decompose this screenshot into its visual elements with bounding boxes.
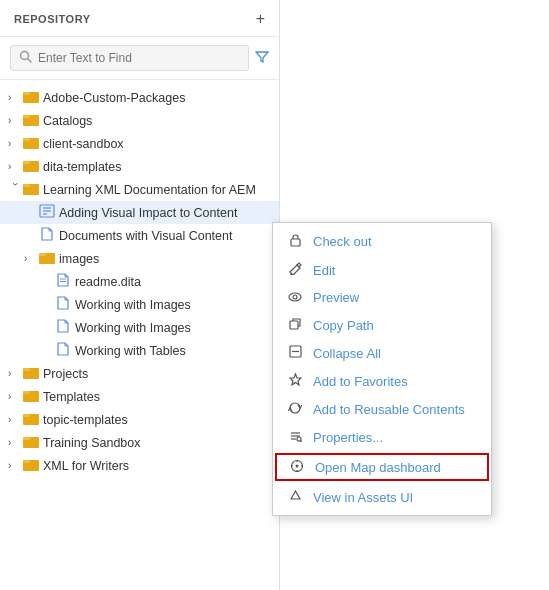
svg-rect-5 (23, 115, 30, 118)
add-button[interactable]: + (256, 10, 265, 28)
tree-container: › Adobe-Custom-Packages › Catalogs › (0, 80, 279, 580)
svg-marker-42 (290, 374, 301, 385)
svg-marker-54 (291, 491, 300, 499)
tree-item-adding-visual[interactable]: Adding Visual Impact to Content (0, 201, 279, 224)
tree-item-label: images (59, 252, 99, 266)
open-map-label: Open Map dashboard (315, 460, 441, 475)
svg-rect-35 (291, 239, 300, 246)
chevron-icon: › (24, 253, 38, 264)
tree-item-training-sandbox[interactable]: › Training Sandbox (0, 431, 279, 454)
tree-item-label: client-sandbox (43, 137, 124, 151)
tree-item-label: Projects (43, 367, 88, 381)
context-menu-open-map[interactable]: Open Map dashboard (275, 453, 489, 481)
svg-rect-11 (23, 184, 30, 187)
chevron-icon: › (8, 115, 22, 126)
tree-item-catalogs[interactable]: › Catalogs (0, 109, 279, 132)
folder-icon (22, 112, 40, 129)
tree-item-documents-visual[interactable]: Documents with Visual Content (0, 224, 279, 247)
tree-item-adobe[interactable]: › Adobe-Custom-Packages (0, 86, 279, 109)
tree-item-xml-writers[interactable]: › XML for Writers (0, 454, 279, 477)
svg-marker-19 (58, 274, 68, 286)
search-icon (19, 50, 32, 66)
dita-file-icon (54, 273, 72, 290)
tree-item-readme[interactable]: readme.dita (0, 270, 279, 293)
collapse-icon (287, 345, 303, 361)
topic-icon (38, 227, 56, 244)
tree-item-label: topic-templates (43, 413, 128, 427)
tree-item-dita-templates[interactable]: › dita-templates (0, 155, 279, 178)
svg-rect-9 (23, 161, 30, 164)
tree-item-label: Working with Images (75, 321, 191, 335)
svg-rect-30 (23, 414, 30, 417)
tree-item-projects[interactable]: › Projects (0, 362, 279, 385)
svg-rect-32 (23, 437, 30, 440)
search-input[interactable] (38, 51, 240, 65)
context-menu-copy-path[interactable]: Copy Path (273, 311, 491, 339)
star-icon (287, 373, 303, 389)
add-favorites-label: Add to Favorites (313, 374, 408, 389)
tree-item-label: Documents with Visual Content (59, 229, 232, 243)
search-bar (0, 37, 279, 80)
context-menu-view-assets[interactable]: View in Assets UI (273, 483, 491, 511)
repo-header: REPOSITORY + (0, 0, 279, 37)
context-menu-edit[interactable]: Edit (273, 256, 491, 284)
svg-marker-23 (58, 320, 68, 332)
chevron-icon: › (8, 368, 22, 379)
chevron-icon: › (8, 161, 22, 172)
properties-icon (287, 429, 303, 445)
topic-icon (54, 342, 72, 359)
svg-point-46 (297, 437, 301, 441)
search-input-wrapper (10, 45, 249, 71)
eye-icon (287, 290, 303, 305)
tree-item-label: XML for Writers (43, 459, 129, 473)
chevron-icon: › (8, 460, 22, 471)
map-dashboard-icon (289, 459, 305, 475)
svg-rect-34 (23, 460, 30, 463)
repository-panel: REPOSITORY + (0, 0, 280, 590)
context-menu-preview[interactable]: Preview (273, 284, 491, 311)
svg-marker-24 (58, 343, 68, 355)
tree-item-working-images-2[interactable]: Working with Images (0, 316, 279, 339)
context-menu-add-reusable[interactable]: Add to Reusable Contents (273, 395, 491, 423)
context-menu-checkout[interactable]: Check out (273, 227, 491, 256)
tree-item-learning-xml[interactable]: › Learning XML Documentation for AEM (0, 178, 279, 201)
context-menu-properties[interactable]: Properties... (273, 423, 491, 451)
svg-marker-16 (42, 228, 52, 240)
folder-icon (22, 158, 40, 175)
tree-item-client-sandbox[interactable]: › client-sandbox (0, 132, 279, 155)
preview-label: Preview (313, 290, 359, 305)
copy-icon (287, 317, 303, 333)
tree-item-label: Training Sandbox (43, 436, 141, 450)
pencil-icon (287, 262, 303, 278)
tree-item-label: readme.dita (75, 275, 141, 289)
repo-title: REPOSITORY (14, 13, 91, 25)
tree-item-label: Adding Visual Impact to Content (59, 206, 237, 220)
svg-line-1 (28, 59, 31, 62)
folder-icon (38, 250, 56, 267)
tree-item-images[interactable]: › images (0, 247, 279, 270)
svg-rect-18 (39, 253, 46, 256)
svg-point-0 (21, 52, 29, 60)
folder-icon (22, 135, 40, 152)
context-menu-collapse-all[interactable]: Collapse All (273, 339, 491, 367)
tree-item-templates[interactable]: › Templates (0, 385, 279, 408)
assets-icon (287, 489, 303, 505)
reuse-icon (287, 401, 303, 417)
copy-path-label: Copy Path (313, 318, 374, 333)
svg-line-47 (300, 441, 302, 443)
properties-label: Properties... (313, 430, 383, 445)
filter-icon[interactable] (255, 50, 269, 67)
svg-rect-28 (23, 391, 30, 394)
folder-open-icon (22, 181, 40, 198)
context-menu-add-favorites[interactable]: Add to Favorites (273, 367, 491, 395)
folder-icon (22, 365, 40, 382)
tree-item-topic-templates[interactable]: › topic-templates (0, 408, 279, 431)
map-icon (38, 204, 56, 221)
folder-icon (22, 388, 40, 405)
context-menu: Check out Edit Preview (272, 222, 492, 516)
chevron-icon: › (8, 414, 22, 425)
tree-item-label: Working with Images (75, 298, 191, 312)
tree-item-label: Adobe-Custom-Packages (43, 91, 185, 105)
tree-item-working-tables[interactable]: Working with Tables (0, 339, 279, 362)
tree-item-working-images-1[interactable]: Working with Images (0, 293, 279, 316)
